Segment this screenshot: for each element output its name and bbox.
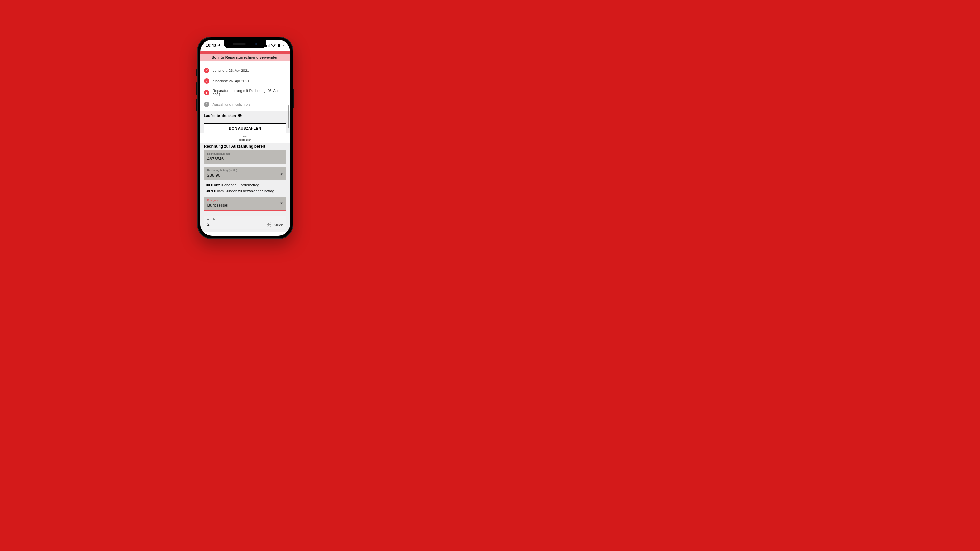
invoice-amount-field[interactable]: Rechnungsbetrag (brutto) 238,90 €	[204, 167, 286, 180]
chevron-down-icon	[280, 203, 283, 204]
scroll-area[interactable]: Bon für Reparaturrechnung verwenden ✓ ge…	[200, 51, 290, 236]
field-label: Anzahl	[207, 218, 267, 221]
deduction-text: abzuziehender Förderbetrag	[213, 183, 259, 187]
svg-rect-2	[267, 45, 269, 47]
divider-line2: bearbeiten	[239, 138, 251, 141]
notch	[224, 40, 266, 48]
timeline-label: Reparaturmeldung mit Rechnung: 26. Apr 2…	[213, 89, 286, 97]
step-number-icon: 4	[204, 102, 209, 107]
customer-pays-line: 138.9 € vom Kunden zu bezahlender Betrag	[204, 189, 286, 193]
edit-bon-divider: Bon bearbeiten	[204, 135, 286, 141]
svg-rect-3	[269, 44, 270, 47]
section-title: Rechnung zur Auszahlung bereit	[204, 144, 286, 149]
field-label: Rechnungsbetrag (brutto)	[207, 169, 283, 172]
svg-rect-8	[239, 114, 241, 115]
invoice-section: Rechnung zur Auszahlung bereit Rechnungs…	[200, 143, 290, 232]
timeline-step-generated: ✓ generiert: 26. Apr 2021	[204, 65, 286, 76]
print-label: Laufzettel drucken	[204, 114, 236, 118]
status-timeline: ✓ generiert: 26. Apr 2021 ✓ eingelöst: 2…	[200, 61, 290, 111]
power-button	[293, 89, 294, 108]
timeline-step-redeemed: ✓ eingelöst: 26. Apr 2021	[204, 76, 286, 86]
print-slip-row[interactable]: Laufzettel drucken	[200, 111, 290, 120]
field-value: 4676546	[207, 156, 224, 161]
vol-up	[196, 82, 197, 95]
timeline-step-report: 3 Reparaturmeldung mit Rechnung: 26. Apr…	[204, 86, 286, 99]
quantity-unit: Stück	[274, 223, 283, 227]
customer-text: vom Kunden zu bezahlender Betrag	[216, 189, 274, 193]
quantity-stepper[interactable]: ▲ ▼	[267, 222, 271, 227]
quantity-field[interactable]: Anzahl 2 ▲ ▼ Stück	[204, 216, 286, 229]
divider-line1: Bon	[243, 135, 247, 138]
timeline-step-payout: 4 Auszahlung möglich bis	[204, 99, 286, 110]
front-camera	[255, 43, 258, 45]
field-value: Bürosessel	[207, 203, 228, 208]
status-icons	[265, 44, 284, 47]
battery-icon	[277, 44, 284, 47]
step-number-icon: 3	[204, 90, 209, 95]
svg-rect-10	[239, 116, 241, 117]
svg-rect-1	[266, 45, 267, 47]
scrollbar-thumb[interactable]	[288, 105, 290, 128]
speaker-grille	[232, 43, 246, 45]
phone-screen: 10:43 Bon für Reparaturrechnung verwende…	[200, 40, 290, 236]
svg-point-4	[273, 46, 274, 47]
svg-rect-7	[283, 45, 284, 46]
field-value: 238,90	[207, 173, 221, 178]
field-value: 2	[207, 222, 210, 227]
svg-rect-6	[278, 44, 280, 47]
timeline-label: Auszahlung möglich bis	[213, 103, 251, 106]
wifi-icon	[271, 44, 276, 47]
vol-down	[196, 98, 197, 111]
phone-frame: 10:43 Bon für Reparaturrechnung verwende…	[197, 37, 293, 239]
print-icon	[238, 114, 242, 118]
customer-amount: 138.9 €	[204, 189, 216, 193]
status-time: 10:43	[206, 43, 216, 48]
timeline-label: generiert: 26. Apr 2021	[213, 68, 249, 73]
check-icon: ✓	[204, 78, 209, 84]
field-label: Rechnungsnummer	[207, 152, 283, 156]
category-select[interactable]: Kategorie Bürosessel	[204, 197, 286, 211]
stepper-up-icon[interactable]: ▲	[267, 222, 271, 225]
check-icon: ✓	[204, 68, 209, 73]
deduction-amount: 100 €	[204, 183, 213, 187]
currency-symbol: €	[281, 173, 283, 177]
stepper-down-icon[interactable]: ▼	[267, 225, 271, 227]
field-label: Kategorie	[207, 199, 283, 202]
invoice-number-field[interactable]: Rechnungsnummer 4676546	[204, 151, 286, 164]
banner-use-bon[interactable]: Bon für Reparaturrechnung verwenden	[200, 54, 290, 61]
location-arrow-icon	[217, 44, 221, 47]
timeline-label: eingelöst: 26. Apr 2021	[213, 79, 250, 83]
payout-button[interactable]: BON AUSZAHLEN	[204, 123, 286, 133]
deduction-line: 100 € abzuziehender Förderbetrag	[204, 183, 286, 187]
top-accent-bar	[200, 51, 290, 54]
mute-switch	[196, 69, 197, 76]
